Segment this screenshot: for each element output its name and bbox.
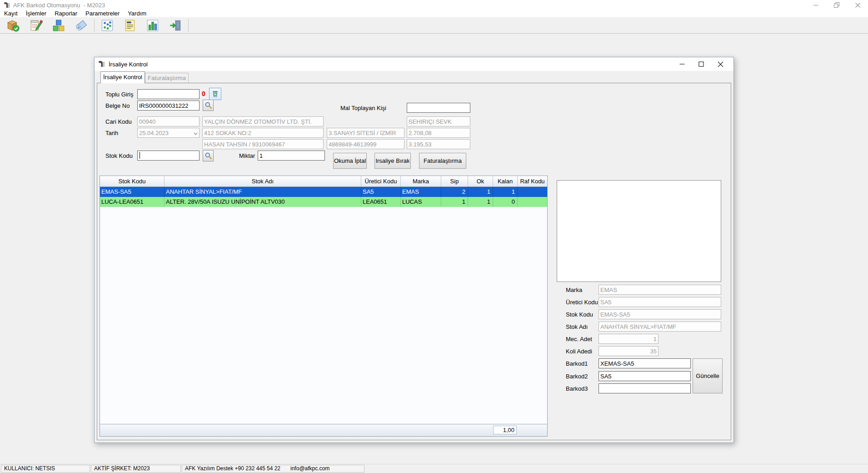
text-caret [140, 152, 140, 159]
toplu-giris-input[interactable] [137, 89, 200, 99]
kalan-total: 1,00 [493, 426, 517, 434]
minimize-icon[interactable] [673, 58, 692, 70]
belge-no-input[interactable] [137, 101, 200, 111]
barcode-scanner-icon [98, 60, 105, 68]
support-email: info@afkpc.com [290, 465, 329, 472]
mal-toplayan-input[interactable] [407, 103, 470, 113]
cell-raf-kodu [518, 197, 547, 207]
table-row[interactable]: EMAS-SA5 ANAHTAR SİNYAL>FIAT/MF SA5 EMAS… [100, 187, 547, 197]
cubes-icon[interactable] [47, 18, 70, 33]
dialog-title: İrsaliye Kontrol [109, 61, 148, 68]
faturalastirma-button[interactable]: Faturalaştırma [419, 153, 466, 169]
cell-sip: 2 [441, 187, 468, 197]
cell-uretici-kodu: SA5 [361, 187, 401, 197]
belge-no-label: Belge No [105, 102, 130, 109]
maximize-icon[interactable] [692, 58, 711, 70]
okuma-iptal-button[interactable]: Okuma İptal [333, 153, 367, 169]
tutar1-input [407, 128, 470, 138]
status-support: AFK Yazılım Destek +90 232 445 54 22info… [182, 465, 364, 473]
detail-koli-adedi-input [599, 346, 658, 356]
col-ok[interactable]: Ok [468, 176, 493, 186]
stok-search-button[interactable] [203, 150, 214, 161]
vergi-no-input [327, 139, 404, 149]
tab-page-irsaliye-kontrol: Toplu Giriş 0 Belge No Cari Kodu Tarih 2… [97, 83, 731, 440]
detail-marka-label: Marka [566, 287, 582, 293]
tab-faturalastirma[interactable]: Faturalaştırma [145, 73, 189, 83]
tutar2-input [407, 139, 470, 149]
cell-sip: 1 [441, 197, 468, 207]
cell-marka: LUCAS [401, 197, 441, 207]
detail-koli-adedi-label: Koli Adedi [566, 348, 592, 355]
cell-raf-kodu [518, 187, 547, 197]
guncelle-button[interactable]: Güncelle [693, 358, 723, 393]
restore-icon[interactable] [826, 0, 847, 10]
label-roll-icon[interactable] [70, 18, 93, 33]
toplu-giris-counter: 0 [202, 90, 205, 97]
scatter-chart-icon[interactable] [96, 18, 119, 33]
col-sip[interactable]: Sip [441, 176, 468, 186]
menu-yardim[interactable]: Yardım [124, 10, 150, 17]
table-footer: 1,00 [100, 424, 547, 436]
items-table: Stok Kodu Stok Adı Üretici Kodu Marka Si… [100, 176, 548, 437]
col-stok-kodu[interactable]: Stok Kodu [100, 176, 165, 186]
notepad-edit-icon[interactable] [25, 18, 47, 33]
status-user: KULLANICI: NETSIS [1, 465, 90, 473]
tarih-value: 25.04.2023 [139, 130, 194, 136]
status-company: AKTİF ŞİRKET: M2023 [91, 465, 181, 473]
detail-mec-adet-label: Mec. Adet [566, 336, 592, 342]
col-uretici-kodu[interactable]: Üretici Kodu [361, 176, 401, 186]
barkod1-input[interactable] [599, 358, 691, 368]
detail-mec-adet-input [599, 334, 658, 344]
barcode-scanner-icon [3, 2, 10, 9]
cell-stok-adi: ALTER. 28V/50A ISUZU UNİPOİNT ALTV030 [165, 197, 361, 207]
cari-unvan-input [202, 116, 324, 126]
toplu-giris-label: Toplu Giriş [105, 91, 133, 98]
minimize-icon[interactable] [805, 0, 826, 10]
irsaliye-birak-button[interactable]: Irsaliye Bırak [374, 153, 411, 169]
close-icon[interactable] [847, 0, 868, 10]
barkod2-input[interactable] [599, 371, 691, 381]
detail-stok-adi-input [599, 322, 721, 332]
cell-ok: 1 [468, 187, 493, 197]
product-image-box [557, 180, 721, 282]
table-row[interactable]: LUCA-LEA0651 ALTER. 28V/50A ISUZU UNİPOİ… [100, 197, 547, 207]
clear-trash-button[interactable] [209, 88, 221, 100]
miktar-input[interactable] [258, 151, 325, 161]
package-check-icon[interactable] [2, 18, 25, 33]
exit-door-icon[interactable] [164, 18, 187, 33]
tarih-label: Tarih [105, 130, 118, 136]
col-raf-kodu[interactable]: Raf Kodu [518, 176, 547, 186]
menu-bar: Kayıt İşlemler Raporlar Parametreler Yar… [0, 10, 868, 17]
col-kalan[interactable]: Kalan [493, 176, 518, 186]
cell-ok: 1 [468, 197, 493, 207]
col-stok-adi[interactable]: Stok Adı [165, 176, 361, 186]
dialog-titlebar[interactable]: İrsaliye Kontrol [95, 57, 733, 71]
col-marka[interactable]: Marka [401, 176, 441, 186]
menu-parametreler[interactable]: Parametreler [81, 10, 124, 17]
barkod1-label: Barkod1 [566, 360, 588, 367]
miktar-label: Miktar [239, 152, 255, 159]
barkod3-label: Barkod3 [566, 385, 588, 392]
barkod3-input[interactable] [599, 383, 691, 393]
belge-search-button[interactable] [203, 100, 214, 111]
toolbar-separator [94, 19, 95, 32]
cell-marka: EMAS [401, 187, 441, 197]
menu-kayit[interactable]: Kayıt [0, 10, 22, 17]
menu-raporlar[interactable]: Raporlar [50, 10, 81, 17]
yetkili-input [202, 139, 324, 149]
menu-islemler[interactable]: İşlemler [22, 10, 51, 17]
toolbar-separator [188, 19, 189, 32]
toolbar [0, 17, 868, 34]
chevron-down-icon [194, 130, 198, 136]
cell-kalan: 1 [493, 187, 518, 197]
app-title: AFK Barkod Otomasyonu - M2023 [13, 2, 105, 9]
cari-kodu-label: Cari Kodu [105, 118, 132, 125]
mdi-client-area: İrsaliye Kontrol İrsaliye Kontrol Fatura… [0, 34, 868, 464]
tab-irsaliye-kontrol[interactable]: İrsaliye Kontrol [100, 71, 145, 83]
detail-stok-kodu-input [599, 309, 721, 319]
bar-chart-icon[interactable] [141, 18, 164, 33]
sevk-tipi-input [407, 116, 470, 126]
stok-kodu-input[interactable] [137, 151, 200, 161]
close-icon[interactable] [711, 58, 730, 70]
report-document-icon[interactable] [119, 18, 141, 33]
